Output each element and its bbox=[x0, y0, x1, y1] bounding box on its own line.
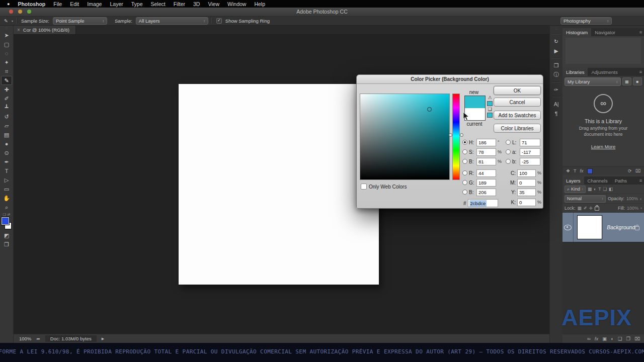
adjustment-layer-icon[interactable]: ◐ bbox=[611, 336, 614, 341]
layer-mask-icon[interactable]: ▣ bbox=[602, 336, 607, 341]
hue-slider-handle[interactable] bbox=[449, 133, 452, 137]
l-input[interactable]: 71 bbox=[520, 139, 540, 146]
m-input[interactable]: 0 bbox=[517, 179, 536, 187]
swap-colors-icon[interactable]: ⇄ bbox=[8, 213, 11, 217]
eye-icon[interactable] bbox=[564, 225, 572, 230]
add-character-style-icon[interactable]: T bbox=[574, 168, 577, 173]
new-group-icon[interactable]: ❏ bbox=[618, 336, 622, 341]
type-tool[interactable]: T bbox=[2, 166, 12, 175]
share-icon[interactable]: ➦ bbox=[36, 336, 40, 341]
gamut-color-swatch[interactable] bbox=[487, 101, 493, 106]
filter-kind-dropdown[interactable]: ⌕ Kind ↕ bbox=[565, 186, 586, 193]
close-tab-icon[interactable]: × bbox=[17, 27, 20, 33]
ok-button[interactable]: OK bbox=[494, 86, 541, 95]
cancel-button[interactable]: Cancel bbox=[494, 98, 541, 107]
layer-thumbnail[interactable] bbox=[577, 215, 602, 239]
hue-slider-handle[interactable] bbox=[460, 133, 463, 137]
delete-layer-icon[interactable]: ⌧ bbox=[634, 336, 640, 341]
quick-selection-tool[interactable]: ✦ bbox=[2, 58, 12, 67]
history-panel-icon[interactable]: ↻ bbox=[551, 37, 561, 45]
fill-value[interactable]: 100% bbox=[627, 206, 638, 211]
non-web-safe-icon[interactable]: ❑ bbox=[488, 107, 492, 112]
menu-type[interactable]: Type bbox=[131, 1, 143, 7]
clone-source-panel-icon[interactable]: ❐ bbox=[551, 61, 561, 69]
clone-stamp-tool[interactable]: ┻ bbox=[2, 103, 12, 112]
menu-view[interactable]: View bbox=[208, 1, 219, 7]
a-input[interactable]: -117 bbox=[520, 148, 540, 156]
menu-window[interactable]: Window bbox=[227, 1, 246, 7]
sample-size-dropdown[interactable]: Point Sample ↕ bbox=[53, 17, 107, 25]
panel-drag-handle[interactable]: ∷ bbox=[6, 27, 8, 30]
panel-menu-icon[interactable]: ≡ bbox=[637, 68, 644, 76]
menu-select[interactable]: Select bbox=[151, 1, 166, 7]
quick-mask-button[interactable]: ◩ bbox=[2, 231, 12, 240]
panel-drag-handle[interactable]: ∷ bbox=[555, 27, 557, 30]
blend-mode-dropdown[interactable]: Normal ↕ bbox=[565, 195, 606, 203]
workspace-dropdown[interactable]: Photography ↕ bbox=[560, 17, 612, 25]
new-layer-icon[interactable]: ❐ bbox=[626, 336, 631, 341]
only-web-colors-checkbox[interactable] bbox=[361, 184, 367, 190]
a-radio[interactable] bbox=[506, 149, 511, 154]
document-tab[interactable]: × Cor @ 100% (RGB/8) bbox=[13, 25, 76, 34]
panel-menu-icon[interactable]: ≡ bbox=[637, 28, 644, 36]
menu-layer[interactable]: Layer bbox=[110, 1, 123, 7]
tab-adjustments[interactable]: Adjustments bbox=[588, 68, 621, 76]
tool-presets-panel-icon[interactable]: ✑ bbox=[551, 85, 561, 94]
menu-filter[interactable]: Filter bbox=[174, 1, 185, 7]
h-input[interactable]: 186 bbox=[476, 139, 496, 146]
g-radio[interactable] bbox=[462, 180, 467, 185]
y-input[interactable]: 35 bbox=[517, 189, 536, 196]
menu-file[interactable]: File bbox=[53, 1, 62, 7]
move-tool[interactable]: ➤ bbox=[2, 31, 12, 40]
learn-more-link[interactable]: Learn More bbox=[591, 144, 616, 149]
delete-icon[interactable]: ⌧ bbox=[635, 168, 640, 173]
g-input[interactable]: 189 bbox=[476, 179, 496, 187]
lock-position-icon[interactable]: ✛ bbox=[589, 206, 593, 211]
lock-transparency-icon[interactable]: ▦ bbox=[578, 206, 582, 211]
preset-caret-icon[interactable]: ▾ bbox=[12, 19, 13, 23]
saturation-brightness-field[interactable] bbox=[360, 94, 450, 180]
layer-style-icon[interactable]: fx bbox=[595, 336, 598, 341]
color-libraries-button[interactable]: Color Libraries bbox=[494, 124, 541, 133]
tab-navigator[interactable]: Navigator bbox=[591, 28, 619, 36]
crop-tool[interactable]: ⌗ bbox=[2, 67, 12, 76]
panel-menu-icon[interactable]: ≡ bbox=[637, 176, 644, 185]
opacity-value[interactable]: 100% bbox=[626, 196, 638, 201]
lock-all-icon[interactable] bbox=[595, 207, 599, 211]
s-input[interactable]: 78 bbox=[476, 148, 496, 156]
lab-b-input[interactable]: -25 bbox=[520, 158, 540, 165]
filter-adjustment-layers-icon[interactable]: ◐ bbox=[594, 187, 596, 192]
web-safe-color-swatch[interactable] bbox=[487, 113, 493, 118]
status-options-icon[interactable]: ▶ bbox=[102, 337, 104, 341]
opacity-caret-icon[interactable]: ▾ bbox=[640, 197, 641, 201]
sampling-ring-checkbox[interactable]: ✓ bbox=[216, 18, 222, 24]
spot-healing-brush-tool[interactable]: ✚ bbox=[2, 85, 12, 94]
layer-visibility-cell[interactable] bbox=[562, 213, 574, 242]
eyedropper-preset-icon[interactable]: ✎ bbox=[4, 18, 8, 24]
default-colors-icon[interactable]: ❏ bbox=[3, 213, 6, 217]
library-grid-view-button[interactable]: ▦ bbox=[622, 77, 631, 85]
b-input[interactable]: 81 bbox=[476, 158, 496, 165]
library-list-view-button[interactable]: ■ bbox=[633, 77, 642, 85]
layer-row-background[interactable]: Background bbox=[562, 213, 644, 242]
hand-tool[interactable]: ✋ bbox=[2, 194, 12, 203]
lasso-tool[interactable]: ◌ bbox=[2, 49, 12, 58]
b-radio[interactable] bbox=[462, 159, 467, 164]
history-brush-tool[interactable]: ↺ bbox=[2, 112, 12, 121]
apple-menu-icon[interactable]: ● bbox=[7, 2, 10, 7]
info-panel-icon[interactable]: ⓘ bbox=[551, 70, 561, 79]
add-layer-style-icon[interactable]: fx bbox=[580, 168, 584, 173]
brush-tool[interactable]: ✐ bbox=[2, 94, 12, 103]
r-input[interactable]: 44 bbox=[476, 169, 496, 177]
add-color-icon[interactable] bbox=[587, 168, 593, 174]
tab-paths[interactable]: Paths bbox=[611, 176, 630, 185]
b2-radio[interactable] bbox=[462, 190, 467, 195]
c-input[interactable]: 100 bbox=[517, 169, 536, 177]
path-selection-tool[interactable]: ▷ bbox=[2, 175, 12, 185]
r-radio[interactable] bbox=[462, 170, 467, 175]
link-layers-icon[interactable]: ∞ bbox=[587, 336, 591, 341]
shape-tool[interactable]: ▭ bbox=[2, 185, 12, 194]
menu-3d[interactable]: 3D bbox=[193, 1, 200, 7]
tab-histogram[interactable]: Histogram bbox=[562, 28, 591, 36]
layer-name[interactable]: Background bbox=[607, 224, 635, 230]
